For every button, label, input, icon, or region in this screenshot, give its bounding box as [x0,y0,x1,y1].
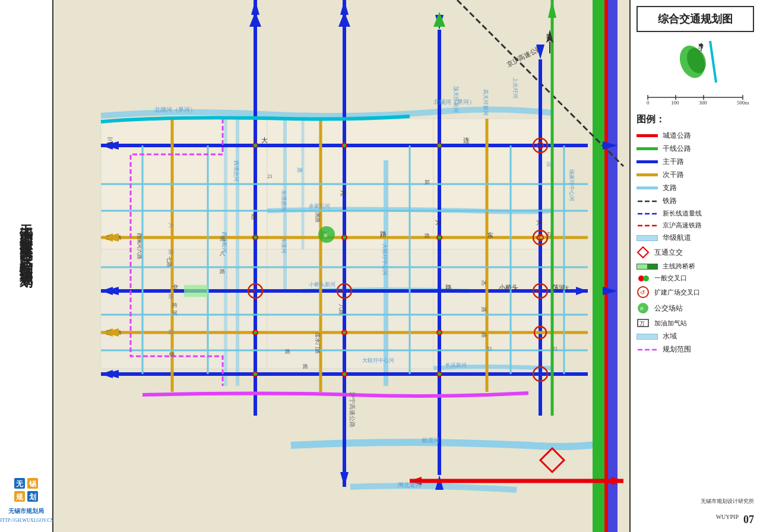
vertical-title: 无锡惠山工业转型集聚区（东区）控制性详细规划 [18,6,34,475]
svg-rect-16 [604,0,608,532]
legend-fill-blue [636,235,658,241]
svg-text:21: 21 [552,346,558,352]
svg-text:路: 路 [481,307,487,312]
svg-text:上尖圩河: 上尖圩河 [512,77,518,99]
legend-item-guihua-fanwei: 规划范围 [636,344,754,354]
map-svg: 京沪高速公路 [53,0,629,532]
scale-bar: 0 100 300 500m [636,90,754,106]
svg-text:涢: 涢 [546,162,552,167]
institute-abbrev: WUYPIP [716,514,739,520]
svg-text:东漕惠河: 东漕惠河 [281,190,287,211]
svg-text:大联圩中心河: 大联圩中心河 [382,243,388,276]
svg-text:西搁河六路: 西搁河六路 [137,233,142,259]
legend-item-zhuganlv: 主干路 [636,157,754,167]
legend-item-chenggong: 城道公路 [636,131,754,141]
svg-text:河: 河 [172,310,178,316]
legend-item-zhilu: 支路 [636,183,754,193]
svg-text:高天圩新河: 高天圩新河 [483,89,489,116]
legend-label-chenggong: 城道公路 [663,131,691,141]
legend-item-ciganlv: 次干路 [636,170,754,180]
svg-text:七路: 七路 [166,256,172,267]
left-panel: 无锡惠山工业转型集聚区（东区）控制性详细规划 无 锡 规 划 无锡市规划局 HT… [0,0,53,532]
legend-line-lightblue [636,186,658,189]
legend-title: 图例： [636,113,754,126]
legend-item-jiayou-jiaqizhan: 万 加油加气站 [636,318,754,328]
svg-rect-158 [184,285,208,297]
svg-text:八路: 八路 [338,304,344,315]
legend-label-zhuqiao: 主线跨桥桥 [663,262,695,271]
svg-text:场家圩中心河: 场家圩中心河 [569,169,575,201]
legend-item-hudong: 互通立交 [636,246,754,259]
svg-text:杰: 杰 [481,280,487,286]
svg-point-126 [438,144,441,147]
svg-text:东漾河: 东漾河 [281,238,287,254]
svg-text:无: 无 [15,480,24,488]
svg-point-127 [254,236,257,239]
svg-text:泥: 泥 [220,236,225,242]
svg-text:划: 划 [28,493,36,501]
svg-text:荡天匝新河: 荡天匝新河 [453,86,459,113]
legend-label-guihua-fanwei: 规划范围 [663,344,691,354]
svg-text:八: 八 [220,251,225,256]
svg-text:大: 大 [261,137,268,144]
svg-point-134 [343,372,346,376]
legend-label-jiayou-jiaqizhan: 加油加气站 [654,319,687,328]
svg-text:锡: 锡 [28,480,36,488]
svg-text:↺: ↺ [251,288,255,294]
svg-text:路: 路 [380,230,387,238]
svg-text:路: 路 [168,294,174,299]
svg-text:↺: ↺ [640,289,645,296]
org-logo-icon: 无 锡 规 划 [11,475,41,505]
legend-label-gongjiaozhanzhan: 公交场站 [654,303,683,314]
bottom-logo: 无 锡 规 划 无锡市规划局 HTTP://GH.WUXI.GOV.CN [0,475,54,526]
svg-text:路: 路 [445,284,452,291]
svg-text:余家石河: 余家石河 [309,203,330,209]
legend-item-kuojian-jiaochakou: ↺ 扩建广场交叉口 [636,286,754,299]
svg-text:0: 0 [647,100,650,105]
svg-text:洲路: 洲路 [315,212,321,223]
svg-text:≡: ≡ [640,305,644,312]
svg-text:大: 大 [564,285,569,291]
legend-item-yiban-jiaochakou: 一般交叉口 [636,274,754,283]
svg-point-125 [343,144,346,147]
svg-text:长浜新河: 长浜新河 [445,362,467,368]
svg-text:500m: 500m [737,100,749,105]
svg-text:六: 六 [168,223,174,228]
svg-text:三: 三 [107,137,113,144]
svg-text:莲水门路: 莲水门路 [315,332,321,354]
svg-text:跨: 跨 [172,302,178,308]
svg-text:路: 路 [425,233,430,239]
legend-label-kuojian-jiaochakou: 扩建广场交叉口 [654,288,700,297]
footer-area: 无锡市规划设计研究所 WUYPIP 07 [636,492,754,526]
svg-text:连: 连 [463,137,470,144]
svg-text:兴: 兴 [435,220,442,226]
svg-text:路: 路 [481,332,487,338]
svg-text:大联圩中心河: 大联圩中心河 [362,357,394,363]
svg-text:100: 100 [671,100,679,105]
legend-label-yiban-jiaochakou: 一般交叉口 [654,274,687,283]
main-container: 无锡惠山工业转型集聚区（东区）控制性详细规划 无 锡 规 划 无锡市规划局 HT… [0,0,760,532]
legend-line-green [636,147,658,150]
svg-rect-17 [608,0,618,532]
legend-label-jinghu: 京沪高速铁路 [663,221,702,230]
legend-item-gongjiaozhanzhan: ≡ 公交场站 [636,302,754,315]
svg-text:荡河: 荡河 [552,284,565,291]
svg-text:惠: 惠 [297,167,303,173]
svg-text:锦: 锦 [169,352,175,357]
svg-text:21: 21 [267,173,273,179]
legend-label-hangdao: 华级航道 [663,233,691,243]
legend-label-ciganlv: 次干路 [663,170,684,180]
svg-text:西搁船河: 西搁船河 [221,232,227,253]
svg-line-176 [710,41,716,83]
svg-text:300: 300 [699,100,707,105]
svg-text:东: 东 [487,232,493,239]
legend-item-hangdao: 华级航道 [636,233,754,243]
org-name: 无锡市规划局 [8,507,44,515]
right-panel: 综合交通规划图 N [629,0,760,532]
svg-point-130 [254,331,257,334]
svg-point-128 [343,236,346,239]
compass-area: N [636,38,754,86]
svg-text:≡: ≡ [324,232,327,239]
svg-text:大: 大 [536,220,543,226]
legend-fill-green-stripe [636,264,658,270]
